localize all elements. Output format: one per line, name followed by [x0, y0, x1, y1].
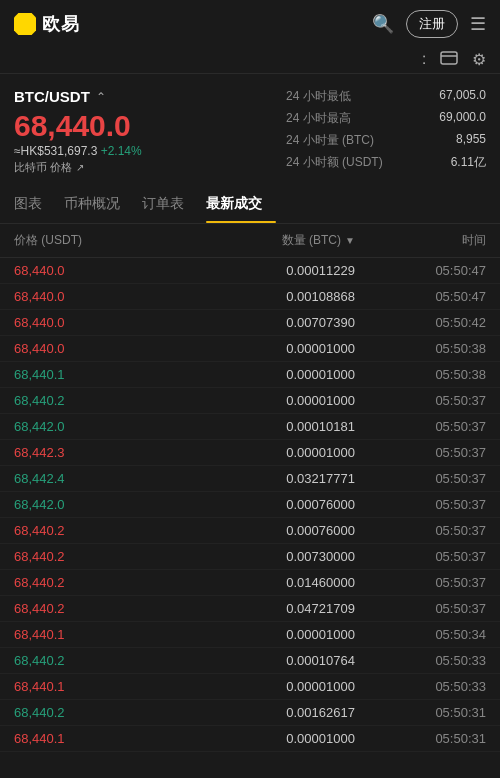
trade-price: 68,442.4	[14, 471, 171, 486]
trade-amount: 0.00108868	[171, 289, 355, 304]
trade-price: 68,440.0	[14, 315, 171, 330]
trade-row: 68,440.1 0.00001000 05:50:38	[0, 362, 500, 388]
trade-price: 68,440.1	[14, 367, 171, 382]
trade-amount: 0.01460000	[171, 575, 355, 590]
trade-price: 68,440.1	[14, 679, 171, 694]
table-header: 价格 (USDT) 数量 (BTC) ▼ 时间	[0, 224, 500, 258]
trade-time: 05:50:47	[355, 263, 486, 278]
trade-time: 05:50:37	[355, 419, 486, 434]
trade-price: 68,440.1	[14, 627, 171, 642]
trade-amount: 0.00001000	[171, 445, 355, 460]
svg-rect-0	[441, 52, 457, 64]
trade-time: 05:50:47	[355, 289, 486, 304]
trade-amount: 0.00001000	[171, 679, 355, 694]
trade-amount: 0.00162617	[171, 705, 355, 720]
trade-amount: 0.00001000	[171, 341, 355, 356]
register-button[interactable]: 注册	[406, 10, 458, 38]
trade-time: 05:50:37	[355, 601, 486, 616]
trade-amount: 0.00707390	[171, 315, 355, 330]
tab-orders[interactable]: 订单表	[142, 185, 198, 223]
trades-list: 68,440.0 0.00011229 05:50:47 68,440.0 0.…	[0, 258, 500, 752]
trade-price: 68,440.0	[14, 341, 171, 356]
trade-row: 68,442.3 0.00001000 05:50:37	[0, 440, 500, 466]
stat-vol-btc: 24 小时量 (BTC) 8,955	[286, 132, 486, 149]
external-link-icon[interactable]: ↗	[76, 162, 84, 173]
logo-text: 欧易	[42, 12, 80, 36]
stat-high: 24 小时最高 69,000.0	[286, 110, 486, 127]
trade-row: 68,440.0 0.00707390 05:50:42	[0, 310, 500, 336]
trade-amount: 0.00001000	[171, 627, 355, 642]
trade-amount: 0.00010764	[171, 653, 355, 668]
pair-dropdown-icon[interactable]: ⌃	[96, 90, 106, 104]
chart-line-icon[interactable]: ˸	[422, 51, 426, 69]
trade-time: 05:50:37	[355, 549, 486, 564]
trade-row: 68,440.2 0.00010764 05:50:33	[0, 648, 500, 674]
trade-time: 05:50:37	[355, 445, 486, 460]
trade-amount: 0.03217771	[171, 471, 355, 486]
trade-amount: 0.00001000	[171, 731, 355, 746]
hk-price: ≈HK$531,697.3 +2.14%	[14, 144, 286, 158]
col-header-price: 价格 (USDT)	[14, 232, 171, 249]
trade-price: 68,440.0	[14, 289, 171, 304]
trade-time: 05:50:33	[355, 679, 486, 694]
pair-row: BTC/USDT ⌃	[14, 88, 286, 105]
price-change: +2.14%	[101, 144, 142, 158]
trade-row: 68,440.0 0.00001000 05:50:38	[0, 336, 500, 362]
trade-time: 05:50:31	[355, 705, 486, 720]
trade-time: 05:50:37	[355, 575, 486, 590]
col-header-amount: 数量 (BTC) ▼	[171, 232, 355, 249]
trading-pair[interactable]: BTC/USDT	[14, 88, 90, 105]
trade-time: 05:50:31	[355, 731, 486, 746]
logo-icon	[14, 13, 36, 35]
trade-time: 05:50:37	[355, 523, 486, 538]
logo: 欧易	[14, 12, 80, 36]
filter-icon[interactable]: ▼	[345, 235, 355, 246]
btc-label: 比特币 价格 ↗	[14, 160, 286, 175]
trade-row: 68,440.1 0.00001000 05:50:31	[0, 726, 500, 752]
trade-row: 68,442.4 0.03217771 05:50:37	[0, 466, 500, 492]
tab-trades[interactable]: 最新成交	[206, 185, 276, 223]
trade-amount: 0.00010181	[171, 419, 355, 434]
trade-amount: 0.00011229	[171, 263, 355, 278]
subheader: ˸ ⚙	[0, 46, 500, 74]
trade-price: 68,440.2	[14, 601, 171, 616]
trade-time: 05:50:34	[355, 627, 486, 642]
trade-time: 05:50:42	[355, 315, 486, 330]
search-icon[interactable]: 🔍	[372, 13, 394, 35]
price-stats: 24 小时最低 67,005.0 24 小时最高 69,000.0 24 小时量…	[286, 88, 486, 175]
trade-price: 68,442.0	[14, 497, 171, 512]
col-header-time: 时间	[355, 232, 486, 249]
trade-amount: 0.00730000	[171, 549, 355, 564]
app-header: 欧易 🔍 注册 ☰	[0, 0, 500, 46]
trade-row: 68,440.2 0.00001000 05:50:37	[0, 388, 500, 414]
main-price: 68,440.0	[14, 109, 286, 142]
menu-icon[interactable]: ☰	[470, 13, 486, 35]
trade-row: 68,440.2 0.00076000 05:50:37	[0, 518, 500, 544]
stat-vol-usdt: 24 小时额 (USDT) 6.11亿	[286, 154, 486, 171]
tab-overview[interactable]: 币种概况	[64, 185, 134, 223]
trade-time: 05:50:37	[355, 497, 486, 512]
trade-row: 68,440.1 0.00001000 05:50:34	[0, 622, 500, 648]
trade-amount: 0.00076000	[171, 497, 355, 512]
tab-chart[interactable]: 图表	[14, 185, 56, 223]
trade-time: 05:50:38	[355, 341, 486, 356]
trade-row: 68,440.2 0.04721709 05:50:37	[0, 596, 500, 622]
trade-price: 68,440.2	[14, 393, 171, 408]
trade-row: 68,440.1 0.00001000 05:50:33	[0, 674, 500, 700]
gear-icon[interactable]: ⚙	[472, 50, 486, 69]
trade-price: 68,442.3	[14, 445, 171, 460]
trade-price: 68,440.2	[14, 523, 171, 538]
trade-amount: 0.00001000	[171, 393, 355, 408]
trade-price: 68,440.2	[14, 653, 171, 668]
card-icon[interactable]	[440, 51, 458, 69]
trade-price: 68,440.2	[14, 575, 171, 590]
trade-amount: 0.00001000	[171, 367, 355, 382]
trade-price: 68,442.0	[14, 419, 171, 434]
trade-amount: 0.00076000	[171, 523, 355, 538]
trade-table: 价格 (USDT) 数量 (BTC) ▼ 时间 68,440.0 0.00011…	[0, 224, 500, 752]
trade-row: 68,440.2 0.00162617 05:50:31	[0, 700, 500, 726]
price-section: BTC/USDT ⌃ 68,440.0 ≈HK$531,697.3 +2.14%…	[0, 74, 500, 185]
header-right: 🔍 注册 ☰	[372, 10, 486, 38]
trade-time: 05:50:37	[355, 393, 486, 408]
trade-time: 05:50:33	[355, 653, 486, 668]
